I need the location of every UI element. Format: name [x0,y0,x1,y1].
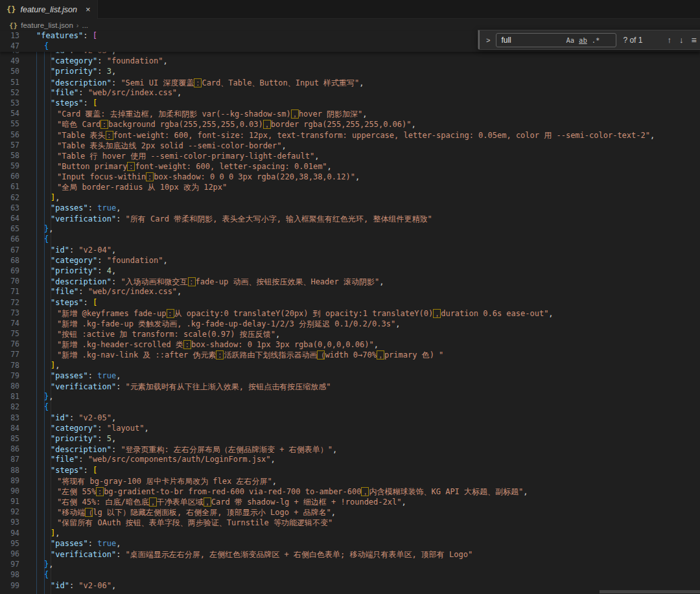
code-line[interactable]: 68"category": "foundation", [0,256,700,266]
token: "passes" [51,371,88,380]
token: , [111,434,116,443]
horizontal-scrollbar-thumb[interactable] [600,590,700,593]
code-line[interactable]: 70"description": "入场动画和微交互：fade-up 动画、按钮… [0,277,700,287]
code-line[interactable]: 90"左侧 55%：bg-gradient-to-br from-red-600… [0,486,700,497]
code-line[interactable]: 93"保留所有 OAuth 按钮、表单字段、两步验证、Turnstile 等功能… [0,518,700,528]
editor-pane[interactable]: 48"id": "v2-03",49"category": "foundatio… [0,31,700,594]
code-line[interactable]: 91"右侧 45%: 白底/暗色底，干净表单区域，Card 带 shadow-l… [0,497,700,507]
code-line[interactable]: 96"verification": "桌面端显示左右分屏, 左侧红色渐变品牌区 … [0,549,700,560]
token: : [88,203,97,212]
code-line[interactable]: 82{ [0,402,700,413]
code-line[interactable]: 66{ [0,234,700,245]
code-line[interactable]: 84"category": "layout", [0,424,700,434]
code-line[interactable]: 51"description": "Semi UI 深度覆盖：Card、Tabl… [0,78,700,88]
code-line[interactable]: 89"将现有 bg-gray-100 居中卡片布局改为 flex 左右分屏", [0,476,700,486]
code-line[interactable]: 77"新增 .kg-nav-link 及 ::after 伪元素：活跃路由下划线… [0,350,700,360]
code-line[interactable]: 67"id": "v2-04", [0,246,700,256]
token: : [69,413,78,422]
code-line[interactable]: 54"Card 覆盖: 去掉重边框, 加柔和阴影 var(--kg-shadow… [0,109,700,119]
token: : [97,56,106,65]
code-line[interactable]: 53"steps": [ [0,98,700,109]
code-line[interactable]: 98{ [0,570,700,580]
token: "右侧 45%: 白底/暗色底 [57,497,149,507]
code-line[interactable]: 74"新增 .kg-fade-up 类触发动画, .kg-fade-up-del… [0,319,700,329]
code-line[interactable]: 55"暗色 Card：background rgba(255,255,255,0… [0,119,700,130]
token: "category" [51,56,97,65]
token: "左侧 55% [57,487,96,496]
token: : [83,31,92,40]
find-in-selection-icon[interactable]: ≡ [691,35,696,45]
token: "Input focus-within [57,172,146,181]
code-text: "steps": [ [29,298,700,308]
breadcrumb-file[interactable]: feature_list.json [21,21,73,29]
token: , [55,529,60,538]
code-line[interactable]: 87"file": "web/src/components/auth/Login… [0,455,700,465]
line-number: 99 [0,581,29,591]
token: bg-gradient-to-br from-red-600 via-red-7… [104,487,361,496]
code-line[interactable]: 59"Button primary：font-weight: 600, lett… [0,161,700,172]
code-line[interactable]: 95"passes": true, [0,539,700,549]
breadcrumb-more[interactable]: ... [82,21,88,29]
ambiguous-unicode-char: ： [100,120,108,129]
code-line[interactable]: 76"新增 .kg-header-scrolled 类：box-shadow: … [0,339,700,350]
find-input[interactable] [496,36,561,45]
code-line[interactable]: 71"file": "web/src/index.css", [0,287,700,297]
token: "id" [51,246,69,255]
regex-icon[interactable]: .* [592,36,600,44]
code-line[interactable]: 97}, [0,560,700,570]
code-line[interactable]: 64"verification": "所有 Card 带柔和阴影, 表头全大写小… [0,214,700,224]
code-line[interactable]: 79"passes": true, [0,371,700,382]
token: , [395,319,400,328]
chevron-right-icon: › [76,21,79,29]
close-icon[interactable]: × [86,5,91,14]
line-number: 64 [0,214,29,224]
token: , [116,371,121,380]
token: : [84,298,93,307]
code-line[interactable]: 50"priority": 3, [0,67,700,77]
code-line[interactable]: 83"id": "v2-05", [0,413,700,424]
previous-match-icon[interactable]: ↑ [667,35,671,45]
line-number: 57 [0,141,29,151]
code-line[interactable]: 69"priority": 4, [0,266,700,277]
code-line[interactable]: 61"全局 border-radius 从 10px 改为 12px" [0,182,700,192]
code-line[interactable]: 80"verification": "元素加载时有从下往上渐入效果, 按钮点击有… [0,382,700,392]
code-text: "保留所有 OAuth 按钮、表单字段、两步验证、Turnstile 等功能逻辑… [29,518,700,528]
match-case-icon[interactable]: Aa [566,36,574,44]
next-match-icon[interactable]: ↓ [679,35,684,45]
token: , [650,131,655,140]
code-line[interactable]: 88"steps": [ [0,466,700,476]
code-line[interactable]: 72"steps": [ [0,298,700,308]
toggle-replace-chevron-icon[interactable]: > [486,36,490,44]
line-number: 66 [0,234,29,245]
code-line[interactable]: 56"Table 表头：font-weight: 600, font-size:… [0,130,700,141]
code-line[interactable]: 99"id": "v2-06", [0,581,700,591]
tab-feature-list-json[interactable]: {} feature_list.json × [0,0,98,19]
line-number: 72 [0,298,29,308]
code-line[interactable]: 62], [0,193,700,203]
code-line[interactable]: 85"priority": 5, [0,434,700,444]
code-line[interactable]: 52"file": "web/src/index.css", [0,88,700,98]
line-number: 77 [0,350,29,360]
code-line[interactable]: 86"description": "登录页重构: 左右分屏布局（左侧品牌渐变 +… [0,444,700,455]
code-line[interactable]: 63"passes": true, [0,203,700,214]
code-line[interactable]: 81}, [0,392,700,402]
code-line[interactable]: 49"category": "foundation", [0,56,700,67]
token: , [379,277,384,286]
token: "桌面端显示左右分屏, 左侧红色渐变品牌区 + 右侧白色表单; 移动端只有表单区… [126,550,473,559]
token: , [49,560,53,569]
token: "passes" [51,203,88,212]
token: Card、Table、Button、Input 样式重写" [202,78,359,87]
code-line[interactable]: 92"移动端（lg 以下）隐藏左侧面板, 右侧全屏, 顶部显示小 Logo + … [0,507,700,518]
code-line[interactable]: 78], [0,361,700,371]
code-line[interactable]: 94], [0,529,700,539]
code-line[interactable]: 65}, [0,224,700,234]
whole-word-icon[interactable]: ab [579,36,587,44]
code-line[interactable]: 57"Table 表头加底边线 2px solid --semi-color-b… [0,141,700,151]
code-line[interactable]: 73"新增 @keyframes fade-up：从 opacity:0 tra… [0,308,700,319]
code-line[interactable]: 58"Table 行 hover 使用 --semi-color-primary… [0,151,700,161]
code-line[interactable]: 60"Input focus-within：box-shadow: 0 0 0 … [0,172,700,182]
find-widget-sash[interactable] [478,30,480,49]
code-text: "category": "foundation", [29,256,700,266]
code-line[interactable]: 75"按钮 :active 加 transform: scale(0.97) 按… [0,329,700,339]
line-number: 68 [0,256,29,266]
